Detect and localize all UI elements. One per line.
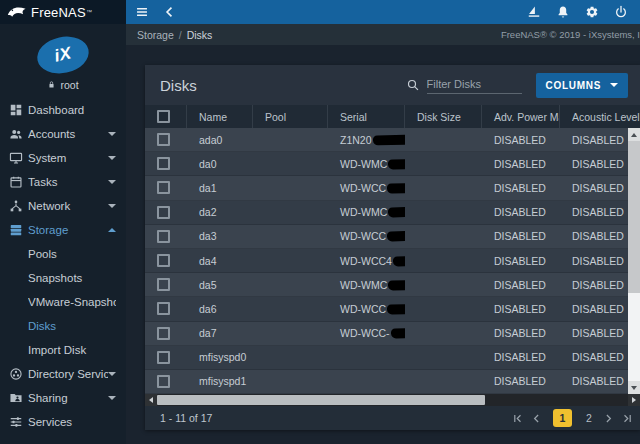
row-checkbox[interactable] bbox=[157, 375, 170, 388]
previous-page-icon[interactable] bbox=[530, 412, 543, 425]
horizontal-scrollbar-thumb[interactable] bbox=[157, 395, 485, 405]
table-row-ada0[interactable]: ada0Z1N20DISABLEDDISABLED bbox=[145, 128, 628, 152]
vertical-scrollbar-thumb[interactable] bbox=[628, 141, 640, 293]
table-row-da0[interactable]: da0WD-WMCDISABLEDDISABLED bbox=[145, 152, 628, 176]
redaction-mark bbox=[388, 158, 405, 169]
column-header-label: Acoustic Level bbox=[572, 111, 640, 123]
column-header-name[interactable]: Name bbox=[187, 105, 253, 128]
freenas-brand[interactable]: FreeNAS ™ bbox=[0, 0, 126, 24]
row-checkbox[interactable] bbox=[157, 157, 170, 170]
sidebar-item-snapshots[interactable]: Snapshots bbox=[0, 266, 126, 290]
topbar: FreeNAS ™ bbox=[0, 0, 640, 24]
row-checkbox[interactable] bbox=[157, 351, 170, 364]
row-checkbox[interactable] bbox=[157, 206, 170, 219]
row-checkbox[interactable] bbox=[157, 133, 170, 146]
column-header-adv_power[interactable]: Adv. Power Manage bbox=[482, 105, 560, 128]
table-row-da4[interactable]: da4WD-WCC4DISABLEDDISABLED bbox=[145, 249, 628, 273]
first-page-icon[interactable] bbox=[511, 412, 524, 425]
settings-icon[interactable] bbox=[585, 5, 599, 19]
serial-prefix: WD-WCC bbox=[340, 182, 386, 194]
directory-services-icon bbox=[9, 367, 28, 381]
sidebar-item-storage[interactable]: Storage bbox=[0, 218, 126, 242]
cell-pool bbox=[253, 370, 328, 393]
cell-pool bbox=[253, 152, 328, 175]
sidebar-item-services[interactable]: Services bbox=[0, 410, 126, 434]
table-row-da3[interactable]: da3WD-WCCDISABLEDDISABLED bbox=[145, 225, 628, 249]
scroll-up-arrow-icon[interactable] bbox=[628, 128, 640, 141]
table-row-da1[interactable]: da1WD-WCCDISABLEDDISABLED bbox=[145, 176, 628, 200]
jobs-icon[interactable] bbox=[527, 5, 541, 19]
scroll-left-arrow-icon[interactable] bbox=[145, 394, 157, 406]
sidebar-item-directory-services[interactable]: Directory Services bbox=[0, 362, 126, 386]
row-checkbox[interactable] bbox=[157, 278, 170, 291]
serial-prefix: WD-WCC bbox=[340, 303, 386, 315]
cell-acoustic-level: DISABLED bbox=[560, 176, 628, 199]
column-header-pool[interactable]: Pool bbox=[253, 105, 328, 128]
cell-disk-size bbox=[405, 273, 482, 296]
chevron-down-icon bbox=[108, 132, 116, 136]
select-all-checkbox[interactable] bbox=[157, 110, 170, 123]
filter-disks-input[interactable] bbox=[427, 76, 522, 94]
lock-icon bbox=[47, 79, 56, 90]
columns-button[interactable]: COLUMNS bbox=[536, 73, 628, 98]
column-header-disk_size[interactable]: Disk Size bbox=[405, 105, 482, 128]
scroll-down-arrow-icon[interactable] bbox=[628, 381, 640, 394]
table-row-da2[interactable]: da2WD-WMCDISABLEDDISABLED bbox=[145, 201, 628, 225]
page-button-1[interactable]: 1 bbox=[553, 409, 572, 427]
sidebar-item-disks[interactable]: Disks bbox=[0, 314, 126, 338]
scroll-right-arrow-icon[interactable] bbox=[628, 394, 640, 406]
cell-serial: WD-WCC- bbox=[328, 322, 405, 345]
chevron-down-icon bbox=[108, 156, 116, 160]
row-checkbox[interactable] bbox=[157, 254, 170, 267]
next-page-icon[interactable] bbox=[602, 412, 615, 425]
breadcrumb-section[interactable]: Storage bbox=[137, 29, 174, 41]
column-header-acoustic[interactable]: Acoustic Level bbox=[560, 105, 640, 128]
sidebar-item-sharing[interactable]: Sharing bbox=[0, 386, 126, 410]
sidebar-item-label: Services bbox=[28, 416, 116, 428]
table-row-mfisyspd1[interactable]: mfisyspd1DISABLEDDISABLED bbox=[145, 370, 628, 394]
cell-name: da7 bbox=[187, 322, 253, 345]
row-checkbox[interactable] bbox=[157, 302, 170, 315]
cell-name: da2 bbox=[187, 201, 253, 224]
notifications-icon[interactable] bbox=[556, 5, 570, 19]
ix-logo[interactable]: iX bbox=[34, 32, 92, 78]
sidebar-item-pools[interactable]: Pools bbox=[0, 242, 126, 266]
cell-acoustic-level: DISABLED bbox=[560, 128, 628, 151]
sharing-icon bbox=[9, 391, 28, 405]
serial-prefix: WD-WMC bbox=[340, 206, 387, 218]
sidebar-item-accounts[interactable]: Accounts bbox=[0, 122, 126, 146]
cell-acoustic-level: DISABLED bbox=[560, 225, 628, 248]
sidebar-item-dashboard[interactable]: Dashboard bbox=[0, 98, 126, 122]
table-row-da7[interactable]: da7WD-WCC-DISABLEDDISABLED bbox=[145, 322, 628, 346]
freenas-logo-icon bbox=[6, 4, 28, 21]
menu-icon[interactable] bbox=[135, 5, 149, 19]
horizontal-scrollbar[interactable] bbox=[145, 394, 640, 406]
table-row-da6[interactable]: da6WD-WCCDISABLEDDISABLED bbox=[145, 297, 628, 321]
cell-acoustic-level: DISABLED bbox=[560, 322, 628, 345]
power-icon[interactable] bbox=[614, 5, 628, 19]
sidebar-item-system[interactable]: System bbox=[0, 146, 126, 170]
sidebar-item-tasks[interactable]: Tasks bbox=[0, 170, 126, 194]
row-checkbox[interactable] bbox=[157, 327, 170, 340]
column-header-serial[interactable]: Serial bbox=[328, 105, 405, 128]
cell-serial bbox=[328, 346, 405, 369]
row-checkbox[interactable] bbox=[157, 230, 170, 243]
cell-adv-power: DISABLED bbox=[482, 249, 560, 272]
back-icon[interactable] bbox=[163, 5, 177, 19]
sidebar-item-network[interactable]: Network bbox=[0, 194, 126, 218]
sidebar-item-import-disk[interactable]: Import Disk bbox=[0, 338, 126, 362]
cell-name: da1 bbox=[187, 176, 253, 199]
cell-select bbox=[145, 297, 187, 320]
cell-serial bbox=[328, 370, 405, 393]
page-button-2[interactable]: 2 bbox=[582, 412, 596, 424]
table-row-da5[interactable]: da5WD-WMCDISABLEDDISABLED bbox=[145, 273, 628, 297]
row-checkbox[interactable] bbox=[157, 181, 170, 194]
last-page-icon[interactable] bbox=[621, 412, 634, 425]
chevron-down-icon bbox=[108, 180, 116, 184]
sidebar-item-vmware-snapshots[interactable]: VMware-Snapshots bbox=[0, 290, 126, 314]
nav-indent-spacer bbox=[9, 295, 28, 309]
table-row-mfisyspd0[interactable]: mfisyspd0DISABLEDDISABLED bbox=[145, 346, 628, 370]
sidebar-item-label: VMware-Snapshots bbox=[28, 296, 116, 308]
serial-prefix: WD-WMC bbox=[340, 158, 387, 170]
vertical-scrollbar[interactable] bbox=[628, 128, 640, 394]
